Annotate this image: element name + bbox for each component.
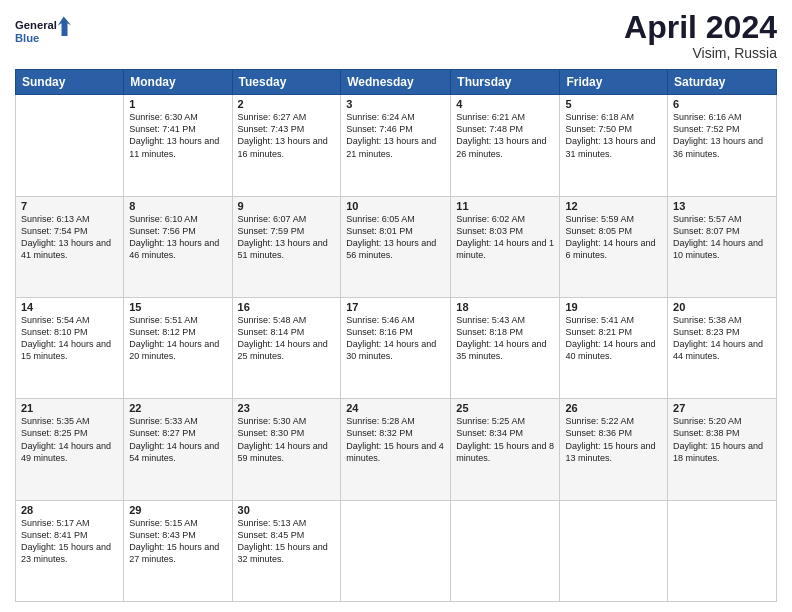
day-number: 26 (565, 402, 662, 414)
cell-w5-d3 (341, 500, 451, 601)
day-number: 10 (346, 200, 445, 212)
cell-w5-d4 (451, 500, 560, 601)
cell-w1-d2: 2 Sunrise: 6:27 AMSunset: 7:43 PMDayligh… (232, 95, 341, 196)
day-number: 9 (238, 200, 336, 212)
day-number: 3 (346, 98, 445, 110)
day-number: 20 (673, 301, 771, 313)
calendar-table: SundayMondayTuesdayWednesdayThursdayFrid… (15, 69, 777, 602)
day-number: 1 (129, 98, 226, 110)
cell-w1-d0 (16, 95, 124, 196)
cell-info: Sunrise: 5:25 AMSunset: 8:34 PMDaylight:… (456, 415, 554, 464)
cell-info: Sunrise: 5:43 AMSunset: 8:18 PMDaylight:… (456, 314, 554, 363)
cell-info: Sunrise: 5:46 AMSunset: 8:16 PMDaylight:… (346, 314, 445, 363)
cell-info: Sunrise: 5:41 AMSunset: 8:21 PMDaylight:… (565, 314, 662, 363)
day-number: 5 (565, 98, 662, 110)
day-number: 24 (346, 402, 445, 414)
cell-w3-d6: 20 Sunrise: 5:38 AMSunset: 8:23 PMDaylig… (668, 297, 777, 398)
cell-w3-d2: 16 Sunrise: 5:48 AMSunset: 8:14 PMDaylig… (232, 297, 341, 398)
day-number: 23 (238, 402, 336, 414)
cell-w2-d0: 7 Sunrise: 6:13 AMSunset: 7:54 PMDayligh… (16, 196, 124, 297)
col-header-sunday: Sunday (16, 70, 124, 95)
cell-info: Sunrise: 5:22 AMSunset: 8:36 PMDaylight:… (565, 415, 662, 464)
svg-text:Blue: Blue (15, 32, 39, 44)
day-number: 6 (673, 98, 771, 110)
cell-w2-d2: 9 Sunrise: 6:07 AMSunset: 7:59 PMDayligh… (232, 196, 341, 297)
cell-info: Sunrise: 5:30 AMSunset: 8:30 PMDaylight:… (238, 415, 336, 464)
day-number: 15 (129, 301, 226, 313)
cell-info: Sunrise: 6:07 AMSunset: 7:59 PMDaylight:… (238, 213, 336, 262)
col-header-friday: Friday (560, 70, 668, 95)
cell-info: Sunrise: 5:35 AMSunset: 8:25 PMDaylight:… (21, 415, 118, 464)
day-number: 4 (456, 98, 554, 110)
cell-info: Sunrise: 6:02 AMSunset: 8:03 PMDaylight:… (456, 213, 554, 262)
cell-info: Sunrise: 5:20 AMSunset: 8:38 PMDaylight:… (673, 415, 771, 464)
day-number: 27 (673, 402, 771, 414)
logo-svg: General Blue (15, 10, 75, 50)
day-number: 25 (456, 402, 554, 414)
day-number: 29 (129, 504, 226, 516)
cell-w5-d6 (668, 500, 777, 601)
cell-w4-d6: 27 Sunrise: 5:20 AMSunset: 8:38 PMDaylig… (668, 399, 777, 500)
col-header-tuesday: Tuesday (232, 70, 341, 95)
cell-w1-d1: 1 Sunrise: 6:30 AMSunset: 7:41 PMDayligh… (124, 95, 232, 196)
col-header-wednesday: Wednesday (341, 70, 451, 95)
cell-w5-d0: 28 Sunrise: 5:17 AMSunset: 8:41 PMDaylig… (16, 500, 124, 601)
cell-info: Sunrise: 5:15 AMSunset: 8:43 PMDaylight:… (129, 517, 226, 566)
col-header-saturday: Saturday (668, 70, 777, 95)
title-block: April 2024 Visim, Russia (624, 10, 777, 61)
cell-w1-d4: 4 Sunrise: 6:21 AMSunset: 7:48 PMDayligh… (451, 95, 560, 196)
cell-w3-d5: 19 Sunrise: 5:41 AMSunset: 8:21 PMDaylig… (560, 297, 668, 398)
cell-info: Sunrise: 6:10 AMSunset: 7:56 PMDaylight:… (129, 213, 226, 262)
cell-info: Sunrise: 6:30 AMSunset: 7:41 PMDaylight:… (129, 111, 226, 160)
cell-w3-d0: 14 Sunrise: 5:54 AMSunset: 8:10 PMDaylig… (16, 297, 124, 398)
header: General Blue April 2024 Visim, Russia (15, 10, 777, 61)
day-number: 17 (346, 301, 445, 313)
day-number: 14 (21, 301, 118, 313)
cell-w2-d5: 12 Sunrise: 5:59 AMSunset: 8:05 PMDaylig… (560, 196, 668, 297)
day-number: 7 (21, 200, 118, 212)
cell-w5-d5 (560, 500, 668, 601)
cell-info: Sunrise: 6:27 AMSunset: 7:43 PMDaylight:… (238, 111, 336, 160)
cell-w5-d2: 30 Sunrise: 5:13 AMSunset: 8:45 PMDaylig… (232, 500, 341, 601)
cell-info: Sunrise: 6:24 AMSunset: 7:46 PMDaylight:… (346, 111, 445, 160)
col-header-thursday: Thursday (451, 70, 560, 95)
week-row-2: 7 Sunrise: 6:13 AMSunset: 7:54 PMDayligh… (16, 196, 777, 297)
cell-w4-d2: 23 Sunrise: 5:30 AMSunset: 8:30 PMDaylig… (232, 399, 341, 500)
cell-w4-d0: 21 Sunrise: 5:35 AMSunset: 8:25 PMDaylig… (16, 399, 124, 500)
cell-info: Sunrise: 6:05 AMSunset: 8:01 PMDaylight:… (346, 213, 445, 262)
day-number: 28 (21, 504, 118, 516)
cell-info: Sunrise: 5:51 AMSunset: 8:12 PMDaylight:… (129, 314, 226, 363)
cell-w3-d3: 17 Sunrise: 5:46 AMSunset: 8:16 PMDaylig… (341, 297, 451, 398)
day-number: 18 (456, 301, 554, 313)
day-number: 11 (456, 200, 554, 212)
cell-info: Sunrise: 5:17 AMSunset: 8:41 PMDaylight:… (21, 517, 118, 566)
week-row-5: 28 Sunrise: 5:17 AMSunset: 8:41 PMDaylig… (16, 500, 777, 601)
cell-w2-d4: 11 Sunrise: 6:02 AMSunset: 8:03 PMDaylig… (451, 196, 560, 297)
cell-info: Sunrise: 5:57 AMSunset: 8:07 PMDaylight:… (673, 213, 771, 262)
week-row-1: 1 Sunrise: 6:30 AMSunset: 7:41 PMDayligh… (16, 95, 777, 196)
cell-w4-d1: 22 Sunrise: 5:33 AMSunset: 8:27 PMDaylig… (124, 399, 232, 500)
cell-info: Sunrise: 5:54 AMSunset: 8:10 PMDaylight:… (21, 314, 118, 363)
page: General Blue April 2024 Visim, Russia Su… (0, 0, 792, 612)
cell-w4-d3: 24 Sunrise: 5:28 AMSunset: 8:32 PMDaylig… (341, 399, 451, 500)
day-number: 8 (129, 200, 226, 212)
location: Visim, Russia (624, 45, 777, 61)
col-header-monday: Monday (124, 70, 232, 95)
cell-info: Sunrise: 5:13 AMSunset: 8:45 PMDaylight:… (238, 517, 336, 566)
day-number: 12 (565, 200, 662, 212)
day-number: 22 (129, 402, 226, 414)
cell-info: Sunrise: 6:13 AMSunset: 7:54 PMDaylight:… (21, 213, 118, 262)
day-number: 30 (238, 504, 336, 516)
cell-w2-d6: 13 Sunrise: 5:57 AMSunset: 8:07 PMDaylig… (668, 196, 777, 297)
svg-text:General: General (15, 19, 57, 31)
calendar-header-row: SundayMondayTuesdayWednesdayThursdayFrid… (16, 70, 777, 95)
logo: General Blue (15, 10, 75, 50)
cell-info: Sunrise: 5:59 AMSunset: 8:05 PMDaylight:… (565, 213, 662, 262)
day-number: 21 (21, 402, 118, 414)
week-row-4: 21 Sunrise: 5:35 AMSunset: 8:25 PMDaylig… (16, 399, 777, 500)
cell-w5-d1: 29 Sunrise: 5:15 AMSunset: 8:43 PMDaylig… (124, 500, 232, 601)
cell-info: Sunrise: 6:21 AMSunset: 7:48 PMDaylight:… (456, 111, 554, 160)
cell-info: Sunrise: 6:16 AMSunset: 7:52 PMDaylight:… (673, 111, 771, 160)
cell-w4-d5: 26 Sunrise: 5:22 AMSunset: 8:36 PMDaylig… (560, 399, 668, 500)
cell-w4-d4: 25 Sunrise: 5:25 AMSunset: 8:34 PMDaylig… (451, 399, 560, 500)
